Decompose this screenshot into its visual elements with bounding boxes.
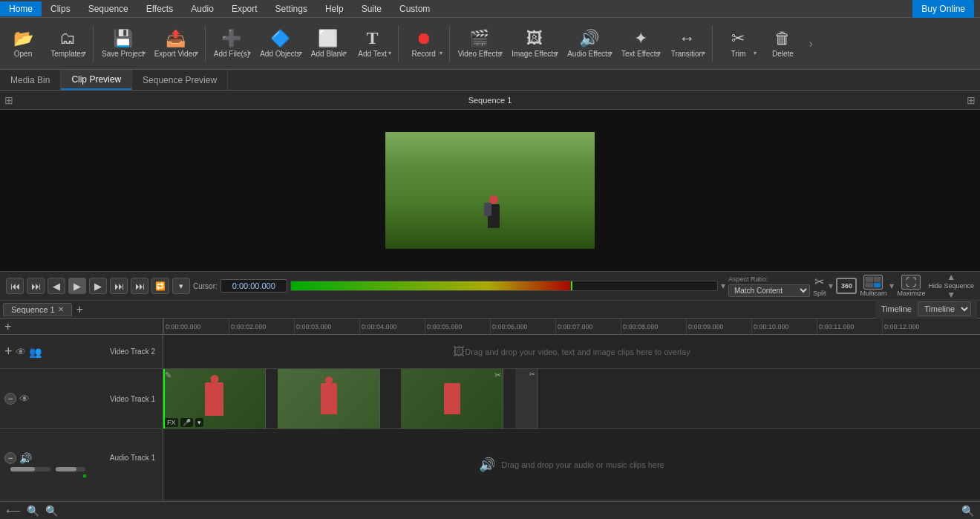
ruler-3: 0:00:03.000 [294,319,359,335]
zoom-in-button[interactable]: 🔍 [27,505,39,517]
prev-frame-button[interactable]: ⏭ [27,278,45,294]
buy-online-button[interactable]: Buy Online [912,0,974,19]
track-1-label: Video Track 1 [33,395,158,403]
add-track-button[interactable]: + [4,320,11,333]
maximize-button[interactable]: ⛶ Maximize [897,275,925,297]
add-objects-button[interactable]: 🔷 Add Objects ▾ [255,21,304,67]
menu-home[interactable]: Home [0,1,42,16]
loop-button[interactable]: 🔁 [151,278,169,294]
menu-suite[interactable]: Suite [353,1,391,16]
video-clip-2[interactable] [278,369,380,428]
menu-clips[interactable]: Clips [42,1,79,16]
audio-track-speaker-button[interactable]: 🔊 [19,452,32,464]
track-2-add-button[interactable]: + [4,344,13,359]
multicam-button[interactable]: Multicam [860,275,886,297]
cursor-input[interactable] [220,279,287,293]
add-sequence-button[interactable]: + [72,303,88,316]
audio-track-1-content[interactable]: 🔊 Drag and drop your audio or music clip… [163,429,980,500]
sep3 [398,25,399,62]
track-1-eye-button[interactable]: 👁 [19,393,30,405]
tab-clip-preview[interactable]: Clip Preview [61,70,132,90]
tab-media-bin[interactable]: Media Bin [0,70,61,90]
transition-button[interactable]: ↔ Transition ▾ [665,21,708,67]
video-track-1-content: ✎ FX 🎤 ▾ [163,369,980,428]
sequence-tab-close[interactable]: ✕ [58,305,64,313]
zoom-out-button[interactable]: 🔍 [45,505,58,517]
menu-export[interactable]: Export [223,1,267,16]
text-effects-button[interactable]: ✦ Text Effects ▾ [617,21,664,67]
audio-drop-zone: 🔊 Drag and drop your audio or music clip… [163,429,980,500]
delete-button[interactable]: 🗑 Delete [761,21,804,67]
clip-1-more-button[interactable]: ▾ [195,418,203,427]
clip-1-mic-button[interactable]: 🎤 [180,418,193,427]
multicam-dropdown[interactable]: ▾ [889,281,894,291]
video-clip-1[interactable]: ✎ FX 🎤 ▾ [163,369,266,428]
video-track-2-content[interactable]: 🖼 Drag and drop your video, text and ima… [163,335,980,368]
audio-effects-button[interactable]: 🔊 Audio Effects ▾ [563,21,615,67]
split-button[interactable]: ✂ Split [813,275,826,297]
audio-vol-slider-1[interactable] [10,467,51,471]
sep4 [449,25,450,62]
audio-vol-slider-2[interactable] [56,467,85,471]
open-button[interactable]: 📂 Open [1,21,45,67]
save-project-button[interactable]: 💾 Save Project ▾ [97,21,148,67]
track-2-eye-button[interactable]: 👁 [16,346,26,358]
controls-expand-button[interactable]: ▾ [829,281,833,291]
volume-dropdown-button[interactable]: ▾ [721,281,725,291]
audio-drop-text: Drag and drop your audio or music clips … [501,460,664,469]
add-objects-icon: 🔷 [270,29,290,48]
ruler-11: 0:00:11.000 [817,319,882,335]
preview-header: ⊞ Sequence 1 ⊞ [0,91,980,110]
clip-1-figure [205,382,223,416]
track-2-cam-button[interactable]: 👥 [29,346,42,358]
skip-to-start-button[interactable]: ⏮ [6,278,24,294]
aspect-ratio-select[interactable]: Match Content 16:9 4:3 1:1 [728,284,810,297]
maximize-icon: ⛶ [901,275,921,290]
360-button[interactable]: 360 [836,278,857,294]
volume-fill [291,281,572,290]
add-text-button[interactable]: T Add Text ▾ [351,21,394,67]
image-effects-button[interactable]: 🖼 Image Effects ▾ [507,21,561,67]
audio-level-bar [83,474,86,477]
export-video-button[interactable]: 📤 Export Video ▾ [150,21,201,67]
video-overlay-drop-icon: 🖼 [453,345,465,359]
hide-sequence-up[interactable]: ▲ [947,272,956,282]
menu-effects[interactable]: Effects [137,1,182,16]
toolbar-overflow-button[interactable]: › [808,37,812,50]
audio-track-minus-button[interactable]: − [4,452,16,464]
menu-settings[interactable]: Settings [267,1,316,16]
play-forward-slow-button[interactable]: ▶ [89,278,107,294]
video-effects-button[interactable]: 🎬 Video Effects ▾ [454,21,506,67]
timeline-dropdown[interactable]: Timeline [918,301,971,316]
zoom-scroll-left-button[interactable]: ⟵ [6,505,21,517]
preview-expand-topleft-button[interactable]: ⊞ [4,94,13,106]
record-label: Record [412,50,436,59]
menu-audio[interactable]: Audio [182,1,223,16]
video-clip-4[interactable]: ✂ [515,369,538,428]
track-1-minus-button[interactable]: − [4,393,16,405]
trim-icon: ✂ [731,29,745,48]
add-blank-button[interactable]: ⬜ Add Blank ▾ [307,21,350,67]
zoom-fit-button[interactable]: 🔍 [961,505,974,517]
aspect-ratio-wrap: Aspect Ratio: Match Content 16:9 4:3 1:1 [728,275,810,297]
play-back-button[interactable]: ◀ [48,278,65,294]
add-files-button[interactable]: ➕ Add File(s) ▾ [209,21,254,67]
play-button[interactable]: ▶ [68,278,86,294]
record-button[interactable]: ⏺ Record ▾ [402,21,445,67]
menu-help[interactable]: Help [316,1,353,16]
next-frame-button[interactable]: ⏭ [110,278,128,294]
templates-button[interactable]: 🗂 Templates ▾ [46,21,89,67]
trim-button[interactable]: ✂ Trim ▾ [716,21,760,67]
video-clip-3[interactable]: ✂ [401,369,503,428]
settings-button[interactable]: ▾ [172,278,190,294]
tab-sequence-preview[interactable]: Sequence Preview [132,70,228,90]
clip-1-edit-icon: ✎ [165,371,172,380]
sequence-tab[interactable]: Sequence 1 ✕ [3,303,72,316]
text-effects-arrow: ▾ [658,50,661,56]
clip-1-fx-button[interactable]: FX [165,418,178,427]
menu-sequence[interactable]: Sequence [79,1,137,16]
add-files-arrow: ▾ [248,50,251,56]
skip-to-end-button[interactable]: ⏭ [131,278,148,294]
preview-expand-topright-button[interactable]: ⊞ [967,94,976,106]
menu-custom[interactable]: Custom [391,1,439,16]
